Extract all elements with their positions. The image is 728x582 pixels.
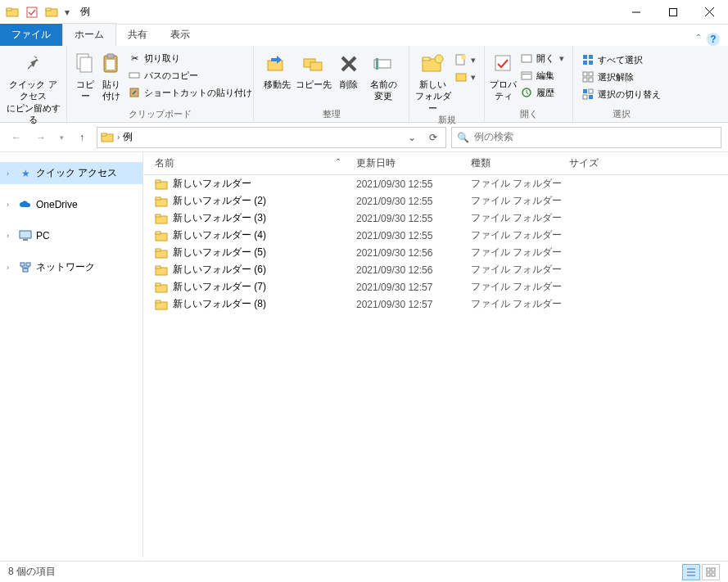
address-dropdown-icon[interactable]: ⌄ <box>403 132 421 143</box>
svg-rect-34 <box>583 55 587 59</box>
paste-button[interactable]: 貼り付け <box>98 47 124 102</box>
svg-rect-72 <box>707 568 710 571</box>
svg-rect-36 <box>583 61 587 65</box>
tab-home[interactable]: ホーム <box>62 23 116 46</box>
search-input[interactable]: 🔍 例の検索 <box>451 127 721 148</box>
col-header-type[interactable]: 種類 <box>471 156 569 170</box>
refresh-button[interactable]: ⟳ <box>424 132 442 143</box>
qat-properties-icon[interactable] <box>23 3 41 21</box>
qat-newfolder-icon[interactable] <box>43 3 61 21</box>
back-button[interactable]: ← <box>7 128 26 147</box>
svg-rect-75 <box>712 573 715 576</box>
up-button[interactable]: ↑ <box>72 128 92 147</box>
select-none-button[interactable]: 選択解除 <box>578 70 664 84</box>
ribbon-collapse-icon[interactable]: ˆ <box>697 34 700 45</box>
qat-dropdown-icon[interactable]: ▾ <box>62 3 72 21</box>
folder-icon <box>155 178 168 191</box>
svg-rect-68 <box>156 300 161 303</box>
folder-icon <box>155 246 168 259</box>
file-name: 新しいフォルダー (6) <box>173 263 266 277</box>
chevron-right-icon[interactable]: › <box>7 201 15 209</box>
breadcrumb-folder[interactable]: 例 <box>123 130 133 144</box>
cut-button[interactable]: ✂切り取り <box>124 51 255 65</box>
maximize-button[interactable] <box>654 1 691 24</box>
file-row[interactable]: 新しいフォルダー (5)2021/09/30 12:56ファイル フォルダー <box>143 244 728 261</box>
move-to-button[interactable]: 移動先 <box>259 47 295 90</box>
navitem-quick-access[interactable]: › ★ クイック アクセス <box>0 162 142 184</box>
rename-button[interactable]: 名前の 変更 <box>365 47 401 102</box>
tab-view[interactable]: 表示 <box>159 24 201 46</box>
file-date: 2021/09/30 12:56 <box>356 247 471 259</box>
shortcut-icon <box>128 86 141 99</box>
view-thumbnails-button[interactable] <box>702 564 720 580</box>
chevron-right-icon[interactable]: › <box>7 264 15 272</box>
open-button[interactable]: 開く▾ <box>517 51 567 65</box>
file-row[interactable]: 新しいフォルダー (2)2021/09/30 12:55ファイル フォルダー <box>143 192 728 210</box>
col-header-name[interactable]: 名前ˆ <box>143 156 356 170</box>
svg-rect-54 <box>156 180 161 183</box>
pin-to-quick-access-button[interactable]: クイック アクセス にピン留めする <box>5 47 61 125</box>
file-row[interactable]: 新しいフォルダー (6)2021/09/30 12:56ファイル フォルダー <box>143 261 728 278</box>
file-type: ファイル フォルダー <box>471 263 569 277</box>
pc-icon <box>19 229 32 242</box>
minimize-button[interactable] <box>617 1 654 24</box>
history-button[interactable]: 履歴 <box>517 85 567 100</box>
tab-share[interactable]: 共有 <box>116 24 159 46</box>
svg-rect-38 <box>583 72 587 76</box>
file-row[interactable]: 新しいフォルダー (4)2021/09/30 12:55ファイル フォルダー <box>143 227 728 244</box>
tab-file[interactable]: ファイル <box>0 24 62 46</box>
file-row[interactable]: 新しいフォルダー (8)2021/09/30 12:57ファイル フォルダー <box>143 296 728 313</box>
navitem-onedrive[interactable]: › OneDrive <box>0 194 142 215</box>
close-button[interactable] <box>691 1 728 24</box>
forward-button[interactable]: → <box>31 128 51 147</box>
invert-selection-button[interactable]: 選択の切り替え <box>578 87 664 102</box>
svg-rect-73 <box>712 568 715 571</box>
file-row[interactable]: 新しいフォルダー (7)2021/09/30 12:57ファイル フォルダー <box>143 278 728 296</box>
chevron-right-icon[interactable]: › <box>117 133 120 142</box>
chevron-right-icon[interactable]: › <box>7 169 15 178</box>
open-icon <box>520 52 533 65</box>
recent-dropdown[interactable]: ▾ <box>56 128 67 147</box>
new-folder-button[interactable]: 新しい フォルダー <box>414 47 451 114</box>
copy-to-button[interactable]: コピー先 <box>295 47 332 90</box>
new-item-button[interactable]: ▾ <box>451 52 479 67</box>
file-name: 新しいフォルダー (4) <box>173 228 266 242</box>
navitem-network[interactable]: › ネットワーク <box>0 256 142 278</box>
svg-rect-22 <box>376 58 378 70</box>
svg-rect-56 <box>156 197 161 200</box>
new-item-icon <box>454 53 468 66</box>
folder-icon <box>155 229 168 242</box>
select-none-icon <box>581 70 595 83</box>
ribbon-tabs: ファイル ホーム 共有 表示 ˆ ? <box>0 25 728 46</box>
chevron-right-icon[interactable]: › <box>7 232 15 240</box>
paste-icon <box>98 51 124 77</box>
svg-rect-48 <box>20 231 31 238</box>
copy-button[interactable]: コピー <box>72 47 98 102</box>
paste-shortcut-button[interactable]: ショートカットの貼り付け <box>124 85 255 100</box>
svg-rect-42 <box>583 89 587 93</box>
properties-button[interactable]: プロパティ <box>490 47 517 102</box>
file-name: 新しいフォルダー (5) <box>173 246 266 259</box>
delete-button[interactable]: 削除 <box>332 47 365 90</box>
file-row[interactable]: 新しいフォルダー (3)2021/09/30 12:55ファイル フォルダー <box>143 210 728 227</box>
copy-path-button[interactable]: パスのコピー <box>124 68 255 83</box>
col-header-date[interactable]: 更新日時 <box>356 156 471 170</box>
edit-button[interactable]: 編集 <box>517 68 567 83</box>
svg-rect-43 <box>589 89 593 93</box>
svg-rect-4 <box>46 8 51 11</box>
properties-icon <box>491 51 517 77</box>
select-all-button[interactable]: すべて選択 <box>578 52 664 67</box>
col-header-size[interactable]: サイズ <box>569 156 635 170</box>
file-date: 2021/09/30 12:55 <box>356 196 471 207</box>
easy-access-button[interactable]: ▾ <box>451 70 479 84</box>
folder-icon <box>155 298 168 311</box>
svg-rect-6 <box>669 8 676 16</box>
address-bar[interactable]: › 例 ⌄ ⟳ <box>97 127 446 148</box>
help-icon[interactable]: ? <box>707 33 720 46</box>
file-row[interactable]: 新しいフォルダー2021/09/30 12:55ファイル フォルダー <box>143 175 728 192</box>
navitem-pc[interactable]: › PC <box>0 225 142 246</box>
folder-icon <box>155 212 168 225</box>
folder-icon <box>155 264 168 277</box>
folder-icon <box>155 281 168 294</box>
view-details-button[interactable] <box>682 564 700 580</box>
